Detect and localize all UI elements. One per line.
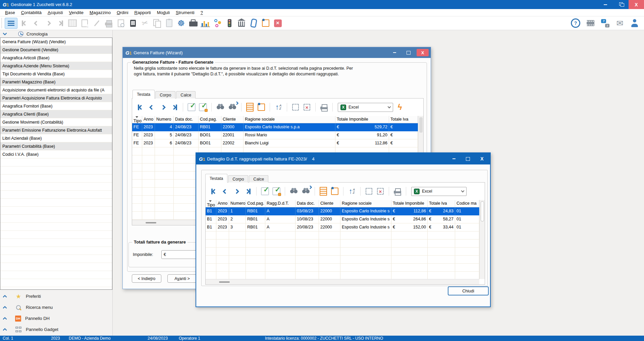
column-header[interactable]: Tipo	[132, 116, 142, 123]
menu-item-moduli[interactable]: Moduli	[154, 9, 173, 16]
table-row[interactable]: B120233RB01A20/08/2322000Esposito Carlo …	[206, 223, 479, 231]
tab-calce[interactable]: Calce	[249, 175, 268, 183]
select-box-x-icon[interactable]	[376, 186, 385, 196]
select-box-icon[interactable]	[364, 186, 374, 196]
list-item[interactable]: Codici I.V.A. (Base)	[0, 150, 112, 158]
column-header[interactable]: Totale Iva	[389, 116, 418, 123]
grid-icon[interactable]	[68, 18, 77, 28]
check-icon[interactable]	[260, 186, 270, 196]
column-header[interactable]: Data doc.	[174, 116, 199, 123]
ladder-icon[interactable]	[245, 102, 255, 112]
minimize-button[interactable]	[598, 0, 613, 9]
list-item[interactable]: Libri Aziendali (Base)	[0, 134, 112, 142]
list-item[interactable]: Parametri Acquisizione Fattura Elettroni…	[0, 94, 112, 102]
chevron-up-icon[interactable]	[3, 328, 7, 332]
column-header[interactable]: Numero	[155, 116, 174, 123]
printer2-icon[interactable]	[393, 186, 402, 196]
tab-corpo[interactable]: Corpo	[155, 91, 175, 98]
nav-next-icon[interactable]	[158, 102, 168, 112]
sidebar-item-pannello-gadget[interactable]: Pannello Gadget	[0, 324, 113, 335]
printer2-icon[interactable]	[104, 18, 113, 28]
close-red-icon[interactable]	[273, 18, 282, 28]
nav-next-icon[interactable]	[232, 186, 241, 196]
nav-last-icon[interactable]	[56, 18, 65, 28]
sort-az-icon[interactable]: ↑AZ	[347, 186, 357, 196]
export-format-select[interactable]: XExcel	[411, 187, 467, 196]
help-icon[interactable]	[571, 18, 580, 28]
chevron-up-icon[interactable]	[3, 317, 7, 321]
film-icon[interactable]	[586, 18, 595, 28]
ladder-icon[interactable]	[319, 186, 328, 196]
column-header[interactable]: Totale Imponibile	[391, 200, 428, 207]
printer2-icon[interactable]	[319, 102, 329, 112]
traffic-light-icon[interactable]	[225, 18, 234, 28]
chevron-up-icon[interactable]	[3, 295, 7, 299]
cut-icon[interactable]	[140, 18, 150, 28]
next-button[interactable]: Avanti >	[167, 274, 197, 283]
list-item[interactable]: Parametri Contabilità (Base)	[0, 142, 112, 150]
list-item[interactable]: Gestione Movimenti (Contabilità)	[0, 118, 112, 126]
new-doc-icon[interactable]	[80, 18, 89, 28]
chevron-down-icon[interactable]	[3, 31, 7, 36]
copy-icon[interactable]	[152, 18, 162, 28]
detail-titlebar[interactable]: G1 Dettaglio D.d.T. raggruppati nella fa…	[196, 153, 490, 164]
maximize-button[interactable]	[402, 49, 415, 56]
column-header[interactable]: Totale Iva	[428, 200, 455, 207]
binoculars-go-icon[interactable]	[301, 186, 311, 196]
user-icon[interactable]	[630, 18, 639, 28]
back-button[interactable]: < Indietro	[132, 274, 161, 283]
chart-icon[interactable]	[201, 19, 210, 27]
sidebar-item-pannello-dh[interactable]: DHPannello DH	[0, 313, 113, 324]
menu-item-vendite[interactable]: Vendite	[66, 9, 87, 16]
column-header[interactable]: Totale Imponibile	[335, 116, 389, 123]
menu-item-rapporti[interactable]: Rapporti	[131, 9, 154, 16]
menu-item-ordini[interactable]: Ordini	[114, 9, 131, 16]
list-item[interactable]: Parametri Magazzino (Base)	[0, 78, 112, 86]
close-icon[interactable]: X	[476, 155, 488, 162]
binoculars-go-icon[interactable]	[227, 102, 237, 112]
tab-corpo[interactable]: Corpo	[228, 175, 248, 183]
list-item[interactable]: Parametri Emissione Fatturazione Elettro…	[0, 126, 112, 134]
column-header[interactable]: Anno	[216, 200, 229, 207]
list-item[interactable]: Anagrafica Aziende (Menu Sistema)	[0, 62, 112, 70]
list-item[interactable]: Tipi Documento di Vendita (Base)	[0, 70, 112, 78]
column-header[interactable]: Cod.pag.	[199, 116, 221, 123]
mail-icon[interactable]	[615, 18, 625, 28]
column-header[interactable]: Cliente	[221, 116, 244, 123]
check-save-icon[interactable]	[272, 186, 281, 196]
menu-item-magazzino[interactable]: Magazzino	[87, 9, 114, 16]
pen-icon[interactable]	[92, 18, 101, 28]
nav-first-icon[interactable]	[136, 102, 145, 112]
preview-icon[interactable]	[116, 18, 125, 28]
column-header[interactable]: Cod.pag.	[246, 200, 265, 207]
list-item[interactable]: Acquisizione documenti elettronici di ac…	[0, 86, 112, 94]
menu-item-?[interactable]: ?	[198, 9, 206, 16]
nav-prev-icon[interactable]	[147, 102, 156, 112]
tab-testata[interactable]: Testata	[132, 90, 155, 98]
tab-testata[interactable]: Testata	[205, 174, 227, 183]
select-box-x-icon[interactable]	[302, 102, 312, 112]
sort-az-icon[interactable]: ↑AZ	[274, 102, 283, 112]
menu-icon[interactable]	[5, 18, 17, 29]
column-header[interactable]: Cliente	[319, 200, 340, 207]
chevron-up-icon[interactable]	[3, 306, 7, 310]
nav-last-icon[interactable]	[170, 102, 179, 112]
close-icon[interactable]: X	[417, 49, 429, 56]
menu-item-strumenti[interactable]: Strumenti	[173, 9, 198, 16]
table-row[interactable]: FE2023524/08/23BO0122001Rossi Mario€91,2…	[132, 131, 418, 139]
list-item[interactable]: Anagrafica Fornitori (Base)	[0, 102, 112, 110]
wizard-titlebar[interactable]: G1 Genera Fatture (Wizard) X	[123, 47, 431, 58]
column-header[interactable]: Ragg.D.d.T.	[265, 200, 296, 207]
column-header[interactable]: Ragione sociale	[244, 116, 335, 123]
menu-item-acquisti[interactable]: Acquisti	[45, 9, 66, 16]
nav-first-icon[interactable]	[209, 186, 218, 196]
maximize-button[interactable]	[462, 155, 474, 162]
nav-prev-icon[interactable]	[32, 18, 41, 28]
minimize-button[interactable]	[388, 49, 400, 56]
nav-next-icon[interactable]	[44, 18, 53, 28]
minimize-button[interactable]	[448, 155, 460, 162]
menu-item-contabilit-[interactable]: Contabilità	[18, 9, 45, 16]
column-header[interactable]: Numero	[229, 200, 246, 207]
horizontal-scrollbar[interactable]	[206, 279, 479, 284]
nav-first-icon[interactable]	[19, 18, 29, 28]
